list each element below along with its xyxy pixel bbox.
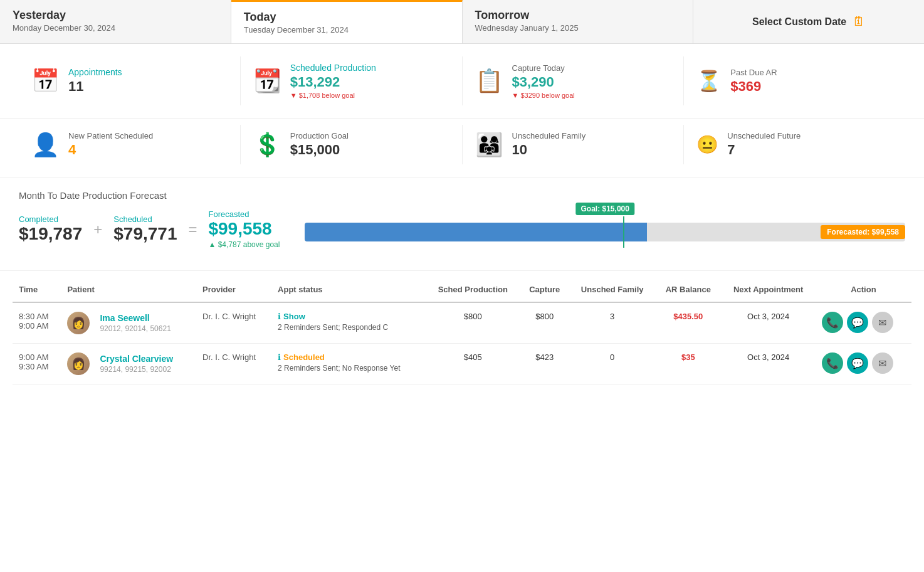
past-due-ar-icon: ⏳	[696, 69, 722, 93]
unscheduled-future-value: 7	[727, 142, 801, 158]
row1-status-text[interactable]: Show	[283, 312, 305, 321]
row1-reminder: 2 Reminders Sent; Responded C	[278, 323, 419, 332]
capture-today-below: $3290 below goal	[512, 92, 575, 99]
row2-appt-status: ℹ Scheduled 2 Reminders Sent; No Respons…	[271, 344, 426, 384]
row1-patient-codes: 92012, 92014, 50621	[100, 324, 171, 333]
calendar-icon: 🗓	[853, 14, 865, 29]
nav-tabs: Yesterday Monday December 30, 2024 Today…	[0, 0, 924, 44]
row1-chat-button[interactable]: 💬	[847, 312, 868, 333]
new-patient-icon: 👤	[31, 132, 60, 158]
forecasted-bar-label: Forecasted: $99,558	[821, 225, 905, 239]
row1-next-appointment: Oct 3, 2024	[722, 302, 816, 344]
col-capture: Capture	[520, 277, 569, 302]
stat-new-patient: 👤 New Patient Scheduled 4	[19, 125, 241, 164]
progress-track: Forecasted: $99,558	[305, 223, 905, 241]
production-goal-label: Production Goal	[290, 131, 349, 140]
completed-group: Completed $19,787	[19, 214, 82, 244]
row1-avatar: 👩	[67, 312, 90, 334]
tab-tomorrow[interactable]: Tomorrow Wednesday January 1, 2025	[463, 0, 694, 43]
table-row: 8:30 AM 9:00 AM 👩 Ima Seewell 92012, 920…	[13, 302, 911, 344]
stat-capture-today: 📋 Capture Today $3,290 $3290 below goal	[463, 56, 685, 105]
new-patient-value: 4	[68, 142, 153, 158]
row2-patient-codes: 99214, 99215, 92002	[100, 365, 173, 374]
appointments-value: 11	[68, 78, 122, 95]
capture-today-icon: 📋	[475, 68, 503, 94]
row2-sched-production: $405	[426, 344, 520, 384]
scheduled-value: $79,771	[113, 224, 177, 244]
col-action: Action	[816, 277, 911, 302]
progress-bar-container: Goal: $15,000 Forecasted: $99,558	[286, 218, 905, 241]
row1-info-icon: ℹ	[278, 312, 281, 321]
progress-bar	[305, 223, 647, 241]
row1-patient-name[interactable]: Ima Seewell	[100, 313, 171, 323]
row1-appt-status: ℹ Show 2 Reminders Sent; Responded C	[271, 302, 426, 344]
row2-status-text[interactable]: Scheduled	[283, 352, 325, 362]
tab-yesterday[interactable]: Yesterday Monday December 30, 2024	[0, 0, 231, 43]
progress-container: Goal: $15,000 Forecasted: $99,558	[305, 223, 905, 241]
col-unsched-family: Unsched Family	[569, 277, 655, 302]
goal-line	[623, 216, 624, 248]
production-goal-icon: 💲	[253, 132, 281, 158]
scheduled-group: Scheduled $79,771	[113, 214, 177, 244]
unscheduled-future-label: Unscheduled Future	[727, 131, 801, 140]
row1-call-button[interactable]: 📞	[822, 312, 843, 333]
row1-email-button[interactable]: ✉	[872, 312, 893, 333]
stats-row-2: 👤 New Patient Scheduled 4 💲 Production G…	[0, 119, 924, 177]
stat-scheduled-production: 📆 Scheduled Production $13,292 $1,708 be…	[241, 56, 463, 105]
forecast-numbers: Completed $19,787 + Scheduled $79,771 = …	[19, 209, 905, 249]
tab-custom-date[interactable]: Select Custom Date 🗓	[693, 0, 924, 43]
appointments-table-section: Time Patient Provider Appt status Sched …	[0, 271, 924, 391]
row2-patient-name[interactable]: Crystal Clearview	[100, 354, 173, 364]
capture-today-label: Capture Today	[512, 63, 575, 73]
stat-unscheduled-future: 😐 Unscheduled Future 7	[684, 125, 905, 164]
completed-label: Completed	[19, 214, 82, 224]
appointments-icon: 📅	[31, 68, 60, 94]
row1-unsched-family: 3	[569, 302, 655, 344]
production-goal-value: $15,000	[290, 142, 349, 158]
forecast-title: Month To Date Production Forecast	[19, 190, 905, 201]
row2-info-icon: ℹ	[278, 352, 281, 362]
scheduled-production-value: $13,292	[290, 74, 376, 90]
row2-unsched-family: 0	[569, 344, 655, 384]
past-due-ar-label: Past Due AR	[730, 68, 777, 77]
col-time: Time	[13, 277, 61, 302]
row2-next-appointment: Oct 3, 2024	[722, 344, 816, 384]
row2-email-button[interactable]: ✉	[872, 352, 893, 374]
tab-today-title: Today	[244, 11, 449, 24]
row1-provider: Dr. I. C. Wright	[196, 302, 271, 344]
col-ar-balance: AR Balance	[655, 277, 721, 302]
tab-today-subtitle: Tuesday December 31, 2024	[244, 25, 449, 34]
scheduled-production-label: Scheduled Production	[290, 63, 376, 73]
forecasted-label: Forecasted	[208, 209, 280, 219]
unscheduled-family-label: Unscheduled Family	[512, 131, 586, 140]
scheduled-production-below: $1,708 below goal	[290, 92, 376, 99]
completed-value: $19,787	[19, 224, 82, 244]
tab-tomorrow-subtitle: Wednesday January 1, 2025	[475, 23, 681, 33]
equals-operator: =	[188, 221, 197, 238]
stats-row-1: 📅 Appointments 11 📆 Scheduled Production…	[0, 44, 924, 119]
stat-production-goal: 💲 Production Goal $15,000	[241, 125, 463, 164]
unscheduled-family-icon: 👨‍👩‍👧	[475, 132, 503, 158]
forecasted-group: Forecasted $99,558 $4,787 above goal	[208, 209, 280, 249]
scheduled-label: Scheduled	[113, 214, 177, 224]
forecasted-value: $99,558	[208, 219, 280, 239]
row2-ar-balance: $35	[655, 344, 721, 384]
row1-action-buttons: 📞 💬 ✉	[822, 312, 905, 333]
col-provider: Provider	[196, 277, 271, 302]
row2-call-button[interactable]: 📞	[822, 352, 843, 374]
stat-appointments: 📅 Appointments 11	[19, 56, 241, 105]
tab-yesterday-subtitle: Monday December 30, 2024	[13, 23, 218, 33]
row1-time: 8:30 AM 9:00 AM	[13, 302, 61, 344]
new-patient-label: New Patient Scheduled	[68, 131, 153, 140]
row2-avatar: 👩	[67, 352, 90, 375]
scheduled-production-icon: 📆	[253, 68, 281, 94]
row2-reminder: 2 Reminders Sent; No Response Yet	[278, 364, 419, 373]
row2-action-buttons: 📞 💬 ✉	[822, 352, 905, 374]
row1-ar-balance: $435.50	[655, 302, 721, 344]
row2-time: 9:00 AM 9:30 AM	[13, 344, 61, 384]
row1-patient: 👩 Ima Seewell 92012, 92014, 50621	[61, 302, 196, 344]
tab-custom-title: Select Custom Date	[752, 16, 846, 28]
tab-tomorrow-title: Tomorrow	[475, 9, 681, 22]
tab-today[interactable]: Today Tuesday December 31, 2024	[231, 0, 463, 43]
row2-chat-button[interactable]: 💬	[847, 352, 868, 374]
